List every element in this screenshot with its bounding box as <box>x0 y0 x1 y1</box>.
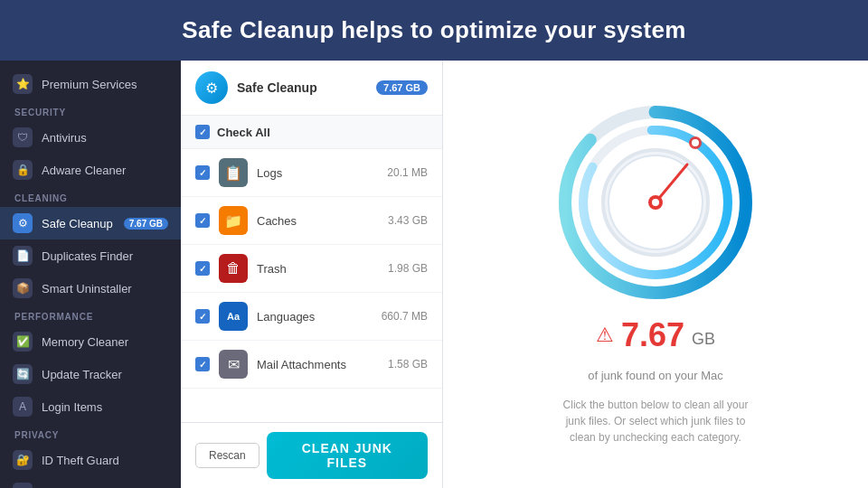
sidebar-item-privateconnect[interactable]: 🛡 Private Connect <box>0 476 181 488</box>
svg-point-10 <box>692 139 699 146</box>
sidebar-item-antivirus[interactable]: 🛡 Antivirus <box>0 121 181 154</box>
gauge-description: Click the button below to clean all your… <box>556 397 755 446</box>
section-performance-label: Performance <box>0 305 181 325</box>
file-icon-0: 📋 <box>219 158 248 187</box>
file-panel-footer: Rescan CLEAN JUNK FILES <box>181 422 442 488</box>
duplicates-icon: 📄 <box>13 246 33 266</box>
file-icon-3: Aa <box>219 302 248 331</box>
sidebar: ⭐ Premium Services Security 🛡 Antivirus … <box>0 61 181 488</box>
file-item-size-3: 660.7 MB <box>382 310 428 323</box>
file-item-name-2: Trash <box>257 262 379 276</box>
cleanup-icon: ⚙ <box>13 213 33 233</box>
sidebar-label-uninstaller: Smart Uninstaller <box>42 282 132 296</box>
check-all-row[interactable]: Check All <box>181 116 442 149</box>
file-item[interactable]: Aa Languages 660.7 MB <box>181 293 442 341</box>
svg-point-8 <box>652 199 659 206</box>
gauge-svg <box>556 103 755 302</box>
gauge-subtitle: of junk found on your Mac <box>588 369 723 382</box>
header-title: Safe Cleanup helps to optimize your syst… <box>27 16 841 44</box>
header-banner: Safe Cleanup helps to optimize your syst… <box>0 0 868 61</box>
sidebar-item-safecleanup[interactable]: ⚙ Safe Cleanup 7.67 GB <box>0 207 181 239</box>
sidebar-label-idtheft: ID Theft Guard <box>42 454 119 467</box>
file-item-name-3: Languages <box>257 310 373 324</box>
sidebar-label-update: Update Tracker <box>42 368 122 381</box>
section-security-label: Security <box>0 100 181 121</box>
safe-cleanup-header-icon: ⚙ <box>195 71 228 104</box>
file-item-name-4: Mail Attachments <box>257 358 379 371</box>
file-item-size-0: 20.1 MB <box>387 166 428 179</box>
file-list: 📋 Logs 20.1 MB 📁 Caches 3.43 GB 🗑 Trash … <box>181 149 442 422</box>
update-icon: 🔄 <box>13 364 33 384</box>
file-checkbox-0[interactable] <box>195 165 210 180</box>
sidebar-label-cleanup: Safe Cleanup <box>42 217 113 230</box>
privacy-icon: 🛡 <box>13 483 33 488</box>
uninstall-icon: 📦 <box>13 278 33 298</box>
sidebar-item-update[interactable]: 🔄 Update Tracker <box>0 358 181 390</box>
clean-junk-button[interactable]: CLEAN JUNK FILES <box>267 432 428 479</box>
file-panel: ⚙ Safe Cleanup 7.67 GB Check All 📋 Logs … <box>181 61 443 488</box>
sidebar-item-premium[interactable]: ⭐ Premium Services <box>0 68 181 100</box>
file-checkbox-3[interactable] <box>195 309 210 324</box>
file-item-name-1: Caches <box>257 214 379 228</box>
file-icon-2: 🗑 <box>219 254 248 283</box>
sidebar-item-idtheft[interactable]: 🔐 ID Theft Guard <box>0 444 181 476</box>
file-checkbox-2[interactable] <box>195 261 210 276</box>
file-checkbox-4[interactable] <box>195 357 210 371</box>
file-item[interactable]: ✉ Mail Attachments 1.58 GB <box>181 341 442 389</box>
main-content: ⭐ Premium Services Security 🛡 Antivirus … <box>0 61 868 488</box>
file-icon-4: ✉ <box>219 350 248 379</box>
sidebar-label-duplicates: Duplicates Finder <box>42 249 133 263</box>
section-cleaning-label: Cleaning <box>0 186 181 207</box>
file-panel-header: ⚙ Safe Cleanup 7.67 GB <box>181 61 442 116</box>
total-size-badge: 7.67 GB <box>376 80 428 95</box>
sidebar-item-login[interactable]: A Login Items <box>0 390 181 423</box>
sidebar-label-memory: Memory Cleaner <box>42 335 128 349</box>
check-all-label: Check All <box>217 126 270 139</box>
file-item[interactable]: 📁 Caches 3.43 GB <box>181 197 442 245</box>
warning-icon: ⚠ <box>596 324 614 347</box>
gauge-container <box>556 103 755 302</box>
antivirus-icon: 🛡 <box>13 127 33 147</box>
sidebar-label-antivirus: Antivirus <box>42 131 87 145</box>
file-item[interactable]: 📋 Logs 20.1 MB <box>181 149 442 197</box>
gauge-number: 7.67 <box>621 316 684 354</box>
file-item-size-4: 1.58 GB <box>388 358 428 371</box>
sidebar-item-adware[interactable]: 🔒 Adware Cleaner <box>0 154 181 186</box>
file-panel-title: Safe Cleanup <box>237 80 317 95</box>
sidebar-item-label-premium: Premium Services <box>42 78 137 91</box>
file-item-size-2: 1.98 GB <box>388 262 428 275</box>
file-icon-1: 📁 <box>219 206 248 235</box>
file-checkbox-1[interactable] <box>195 213 210 228</box>
sidebar-label-login: Login Items <box>42 400 102 414</box>
gauge-value-display: ⚠ 7.67 GB <box>596 316 715 354</box>
file-item-name-0: Logs <box>257 166 378 180</box>
idtheft-icon: 🔐 <box>13 450 33 470</box>
cleanup-badge: 7.67 GB <box>124 218 168 230</box>
file-item[interactable]: 🗑 Trash 1.98 GB <box>181 245 442 293</box>
sidebar-label-adware: Adware Cleaner <box>42 164 126 177</box>
sidebar-item-uninstaller[interactable]: 📦 Smart Uninstaller <box>0 272 181 305</box>
premium-icon: ⭐ <box>13 74 33 94</box>
check-all-checkbox[interactable] <box>195 125 210 139</box>
memory-icon: ✅ <box>13 332 33 352</box>
adware-icon: 🔒 <box>13 160 33 180</box>
file-item-size-1: 3.43 GB <box>388 214 428 227</box>
rescan-button[interactable]: Rescan <box>195 443 259 468</box>
sidebar-item-memory[interactable]: ✅ Memory Cleaner <box>0 325 181 358</box>
login-icon: A <box>13 397 33 417</box>
section-privacy-label: Privacy <box>0 423 181 444</box>
sidebar-item-duplicates[interactable]: 📄 Duplicates Finder <box>0 239 181 272</box>
gauge-unit: GB <box>692 330 715 349</box>
gauge-panel: ⚠ 7.67 GB of junk found on your Mac Clic… <box>443 61 868 488</box>
panel-area: ⚙ Safe Cleanup 7.67 GB Check All 📋 Logs … <box>181 61 868 488</box>
